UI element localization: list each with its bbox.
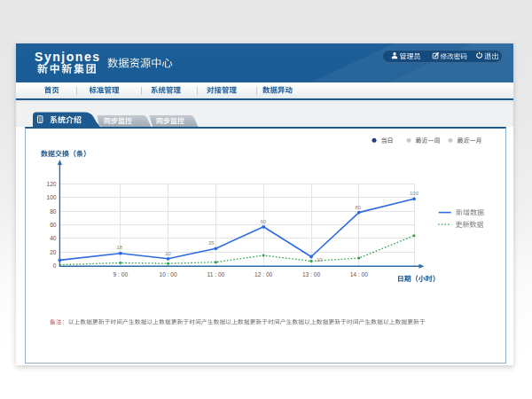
svg-text:80: 80	[356, 205, 362, 210]
svg-text:18: 18	[117, 245, 123, 250]
svg-text:120: 120	[46, 181, 56, 187]
svg-text:40: 40	[50, 235, 57, 241]
svg-text:60: 60	[261, 219, 267, 224]
svg-text:0: 0	[53, 262, 57, 269]
svg-text:10: 10	[317, 257, 323, 262]
svg-text:20: 20	[50, 249, 57, 255]
svg-text:35: 35	[208, 240, 215, 246]
svg-text:100: 100	[410, 191, 419, 196]
svg-text:11 : 00: 11 : 00	[207, 271, 225, 278]
svg-text:12 : 00: 12 : 00	[254, 271, 272, 278]
svg-text:13 : 00: 13 : 00	[302, 271, 320, 278]
svg-text:10: 10	[165, 251, 171, 256]
svg-text:9 : 00: 9 : 00	[113, 271, 129, 278]
svg-text:80: 80	[50, 208, 57, 215]
svg-text:14 : 00: 14 : 00	[350, 271, 368, 278]
svg-text:10 : 00: 10 : 00	[160, 271, 177, 278]
svg-text:100: 100	[46, 194, 56, 200]
svg-text:60: 60	[50, 222, 57, 228]
